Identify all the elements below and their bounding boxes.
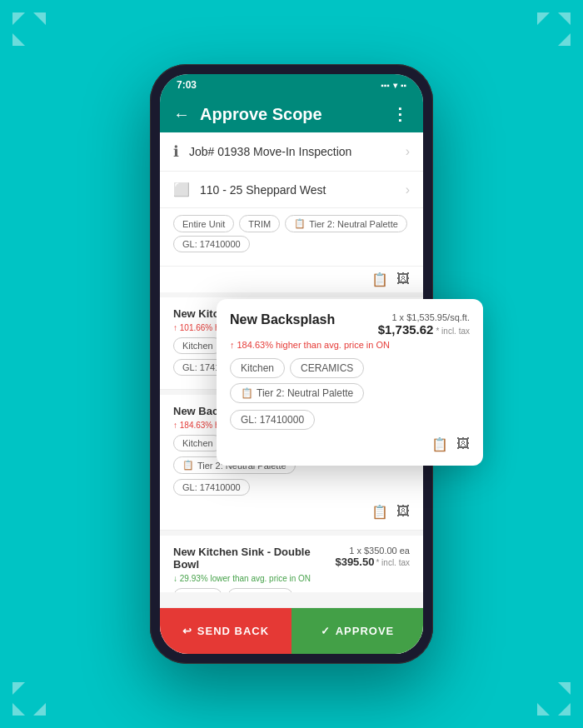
photo-action-icon[interactable]: 🖼: [396, 272, 410, 287]
popup-icons: 📋 🖼: [230, 436, 470, 452]
popup-clipboard-icon: 📋: [241, 387, 253, 399]
corner-decoration-br: [533, 678, 575, 720]
item-tag-kitchen-1[interactable]: Kitchen: [173, 337, 222, 354]
item-tags-3: Kitchen PLUMBING 📋 Tier 2: Neutral Palet…: [173, 588, 410, 592]
item-header-3: New Kitchen Sink - Double Bowl 1 x $350.…: [173, 546, 410, 571]
approve-label: APPROVE: [336, 625, 395, 637]
popup-header: New Backsplash 1 x $1,535.95/sq.ft. $1,7…: [230, 312, 470, 337]
approve-icon: ✓: [321, 625, 331, 637]
tags-section: Entire Unit TRIM 📋 Tier 2: Neutral Palet…: [160, 208, 423, 267]
clipboard-icon-2: 📋: [182, 460, 194, 471]
item-tag-kitchen-2[interactable]: Kitchen: [173, 435, 222, 451]
popup-indicator-text: 184.63% higher than avg. price in ON: [237, 340, 390, 350]
tag-tier2[interactable]: 📋 Tier 2: Neutral Palette: [285, 215, 407, 232]
tags-row-1: Entire Unit TRIM 📋 Tier 2: Neutral Palet…: [173, 215, 410, 232]
popup-tax-label: * incl. tax: [436, 327, 470, 336]
popup-tag-ceramics[interactable]: CERAMICS: [290, 358, 364, 378]
item-card-sink: New Kitchen Sink - Double Bowl 1 x $350.…: [160, 536, 423, 592]
popup-photo-action-icon[interactable]: 🖼: [456, 436, 470, 452]
item-photo-icon-2[interactable]: 🖼: [396, 504, 410, 520]
popup-card: New Backsplash 1 x $1,535.95/sq.ft. $1,7…: [217, 299, 483, 466]
item-media-icons-2: 📋 🖼: [173, 499, 410, 520]
item-tag-kitchen-3[interactable]: Kitchen: [173, 588, 222, 592]
page-title: Approve Scope: [200, 105, 391, 124]
back-button[interactable]: ←: [173, 105, 190, 124]
tag-entire-unit[interactable]: Entire Unit: [173, 215, 234, 232]
item-tag-plumbing-3[interactable]: PLUMBING: [227, 588, 293, 592]
popup-tag-tier2[interactable]: 📋 Tier 2: Neutral Palette: [230, 383, 364, 403]
tag-trim[interactable]: TRIM: [239, 215, 280, 232]
status-time: 7:03: [177, 79, 197, 91]
item-tag-gl-2[interactable]: GL: 17410000: [173, 479, 250, 496]
item-name-3: New Kitchen Sink - Double Bowl: [173, 546, 328, 571]
corner-decoration-bl: [8, 678, 50, 720]
phone-frame: 7:03 ▪▪▪ ▾ ▪▪ ← Approve Scope ⋮ ℹ Job# 0…: [150, 64, 433, 664]
item-total-3: $395.50: [335, 556, 374, 568]
item-clipboard-icon-2[interactable]: 📋: [371, 504, 388, 520]
item-unit-price-3: 1 x $350.00 ea: [335, 546, 410, 556]
popup-title: New Backsplash: [230, 312, 335, 327]
app-header: ← Approve Scope ⋮: [160, 96, 423, 132]
job-label: Job# 01938 Move-In Inspection: [189, 145, 406, 158]
popup-price-info: 1 x $1,535.95/sq.ft. $1,735.62 * incl. t…: [378, 312, 470, 337]
building-icon: ⬜: [173, 182, 190, 197]
bottom-buttons: ↩ SEND BACK ✓ APPROVE: [160, 607, 423, 654]
corner-decoration-tl: [8, 8, 50, 50]
popup-unit-price: 1 x $1,535.95/sq.ft.: [378, 312, 470, 322]
address-label: 110 - 25 Sheppard West: [200, 183, 406, 197]
clipboard-action-icon[interactable]: 📋: [371, 272, 388, 287]
popup-total: $1,735.62: [378, 322, 434, 337]
menu-button[interactable]: ⋮: [391, 104, 410, 124]
popup-tag-kitchen[interactable]: Kitchen: [230, 358, 285, 378]
tag-gl[interactable]: GL: 17410000: [173, 236, 250, 252]
send-back-button[interactable]: ↩ SEND BACK: [160, 608, 292, 654]
clipboard-icon: 📋: [294, 218, 306, 229]
corner-decoration-tr: [533, 8, 575, 50]
price-indicator-3: ↓ 29.93% lower than avg. price in ON: [173, 574, 410, 583]
info-icon: ℹ: [173, 142, 179, 161]
tags-row-2: GL: 17410000: [173, 236, 410, 252]
battery-icon: ▪▪: [401, 81, 406, 90]
send-back-label: SEND BACK: [197, 625, 269, 637]
address-chevron-icon: ›: [406, 182, 410, 197]
address-row[interactable]: ⬜ 110 - 25 Sheppard West ›: [160, 172, 423, 208]
status-icons: ▪▪▪ ▾ ▪▪: [381, 81, 406, 90]
send-back-icon: ↩: [182, 625, 192, 637]
job-chevron-icon: ›: [406, 144, 410, 159]
popup-tags: Kitchen CERAMICS 📋 Tier 2: Neutral Palet…: [230, 358, 470, 403]
approve-button[interactable]: ✓ APPROVE: [292, 608, 423, 654]
item-price-3: 1 x $350.00 ea $395.50 * incl. tax: [335, 546, 410, 568]
popup-gl-row: GL: 17410000: [230, 410, 470, 430]
media-icons-row: 📋 🖼: [160, 267, 423, 292]
popup-tag-gl[interactable]: GL: 17410000: [230, 410, 315, 430]
job-row[interactable]: ℹ Job# 01938 Move-In Inspection ›: [160, 132, 423, 172]
item-gl-row-2: GL: 17410000: [173, 479, 410, 496]
status-bar: 7:03 ▪▪▪ ▾ ▪▪: [160, 74, 423, 96]
wifi-icon: ▾: [393, 81, 397, 90]
popup-indicator: ↑ 184.63% higher than avg. price in ON: [230, 340, 470, 350]
item-tax-label-3: * incl. tax: [376, 558, 410, 567]
signal-icon: ▪▪▪: [381, 81, 390, 90]
popup-clipboard-action-icon[interactable]: 📋: [431, 436, 448, 452]
